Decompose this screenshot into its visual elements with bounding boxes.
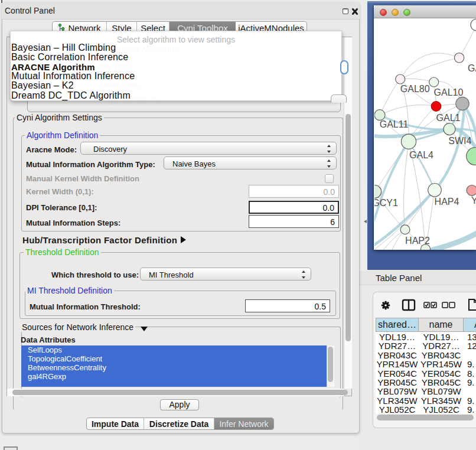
svg-text:HAP4: HAP4	[435, 197, 459, 207]
svg-text:GAL80: GAL80	[400, 84, 430, 94]
svg-text:Y: Y	[471, 195, 476, 206]
svg-text:GAL: GAL	[468, 63, 476, 73]
svg-text:GAL11: GAL11	[380, 119, 409, 129]
svg-text:GCY1: GCY1	[374, 198, 398, 208]
svg-text:GAL1: GAL1	[436, 113, 461, 123]
svg-text:HAP2: HAP2	[405, 236, 430, 246]
svg-text:GAL4: GAL4	[409, 150, 433, 160]
svg-text:GAL10: GAL10	[434, 87, 464, 97]
svg-text:SWI4: SWI4	[448, 136, 471, 146]
